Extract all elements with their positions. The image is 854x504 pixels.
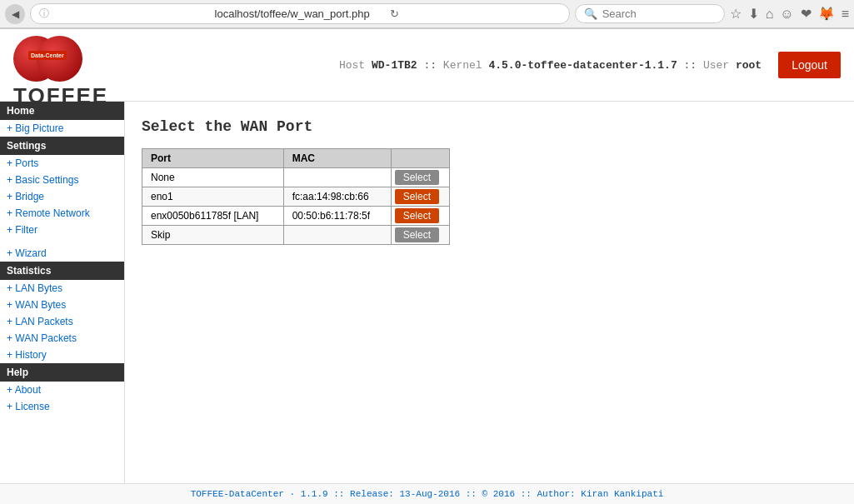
- select-button[interactable]: Select: [395, 170, 439, 185]
- user-value: root: [736, 59, 762, 72]
- logo-badge: Data-Center: [28, 51, 67, 60]
- select-button[interactable]: Select: [395, 208, 439, 223]
- col-mac: MAC: [283, 149, 391, 168]
- sidebar-item-ports[interactable]: + Ports: [0, 155, 124, 172]
- browser-chrome: ◀ ⓘ localhost/toffee/w_wan_port.php ↻ 🔍 …: [0, 0, 854, 29]
- browser-toolbar: ◀ ⓘ localhost/toffee/w_wan_port.php ↻ 🔍 …: [0, 0, 854, 28]
- header: Data-Center TOFFEE Host WD-1TB2 :: Kerne…: [0, 29, 854, 102]
- home-icon[interactable]: ⌂: [766, 7, 774, 22]
- reload-icon[interactable]: ↻: [390, 7, 561, 20]
- mac-cell: fc:aa:14:98:cb:66: [283, 187, 391, 207]
- sidebar-item-license[interactable]: + License: [0, 398, 124, 415]
- host-label: Host: [339, 59, 365, 72]
- logo: Data-Center TOFFEE: [13, 36, 130, 94]
- search-bar[interactable]: 🔍 Search: [575, 4, 725, 23]
- footer: TOFFEE-DataCenter · 1.1.9 :: Release: 13…: [0, 483, 854, 504]
- sidebar-item-bridge[interactable]: + Bridge: [0, 188, 124, 205]
- table-row: SkipSelect: [142, 226, 450, 245]
- url-bar[interactable]: ⓘ localhost/toffee/w_wan_port.php ↻: [30, 3, 570, 24]
- user-label: User: [703, 59, 729, 72]
- port-cell: None: [142, 168, 284, 187]
- info-icon: ⓘ: [39, 7, 210, 21]
- sidebar-divider-1: [0, 238, 124, 245]
- logout-button[interactable]: Logout: [778, 52, 841, 78]
- sidebar-item-big-picture[interactable]: + Big Picture: [0, 120, 124, 137]
- table-row: eno1fc:aa:14:98:cb:66Select: [142, 187, 450, 207]
- sidebar-item-wizard[interactable]: + Wizard: [0, 245, 124, 262]
- logo-name: TOFFEE: [13, 83, 130, 109]
- col-action: [391, 149, 449, 168]
- sidebar-item-basic-settings[interactable]: + Basic Settings: [0, 172, 124, 188]
- port-cell: enx0050b611785f [LAN]: [142, 207, 284, 226]
- select-button[interactable]: Select: [395, 227, 439, 242]
- port-cell: eno1: [142, 187, 284, 207]
- kernel-label: Kernel: [443, 59, 482, 72]
- sidebar-item-history[interactable]: + History: [0, 347, 124, 363]
- sidebar-item-wan-packets[interactable]: + WAN Packets: [0, 330, 124, 347]
- mac-cell: [283, 226, 391, 245]
- port-cell: Skip: [142, 226, 284, 245]
- host-value: WD-1TB2: [372, 59, 417, 72]
- sidebar-item-lan-packets[interactable]: + LAN Packets: [0, 313, 124, 330]
- mac-cell: 00:50:b6:11:78:5f: [283, 207, 391, 226]
- action-cell: Select: [391, 226, 449, 245]
- browser-icons: ☆ ⬇ ⌂ ☺ ❤ 🦊 ≡: [730, 6, 849, 22]
- content-area: Select the WAN Port Port MAC NoneSelecte…: [125, 102, 854, 483]
- table-row: enx0050b611785f [LAN]00:50:b6:11:78:5fSe…: [142, 207, 450, 226]
- sidebar-statistics-header: Statistics: [0, 262, 124, 280]
- bookmark-icon[interactable]: ☆: [730, 6, 742, 22]
- page-wrapper: Data-Center TOFFEE Host WD-1TB2 :: Kerne…: [0, 29, 854, 504]
- sidebar-item-about[interactable]: + About: [0, 382, 124, 398]
- footer-text: TOFFEE-DataCenter · 1.1.9 :: Release: 13…: [191, 489, 664, 499]
- wan-port-table: Port MAC NoneSelecteno1fc:aa:14:98:cb:66…: [142, 148, 450, 245]
- header-info: Host WD-1TB2 :: Kernel 4.5.0-toffee-data…: [339, 59, 762, 72]
- sidebar-item-lan-bytes[interactable]: + LAN Bytes: [0, 280, 124, 297]
- search-placeholder: Search: [602, 7, 637, 20]
- mac-cell: [283, 168, 391, 187]
- pocket-icon[interactable]: ❤: [801, 6, 812, 22]
- sidebar-item-remote-network[interactable]: + Remote Network: [0, 205, 124, 222]
- menu-icon[interactable]: ≡: [842, 7, 849, 22]
- sidebar-help-header: Help: [0, 363, 124, 382]
- back-button[interactable]: ◀: [5, 4, 25, 24]
- sidebar: Home + Big Picture Settings + Ports + Ba…: [0, 102, 125, 483]
- search-icon: 🔍: [584, 7, 597, 20]
- sidebar-item-filter[interactable]: + Filter: [0, 222, 124, 238]
- url-text: localhost/toffee/w_wan_port.php: [215, 7, 386, 20]
- main-area: Home + Big Picture Settings + Ports + Ba…: [0, 102, 854, 483]
- action-cell: Select: [391, 187, 449, 207]
- sidebar-settings-header: Settings: [0, 137, 124, 155]
- reading-list-icon[interactable]: ⬇: [748, 6, 759, 22]
- action-cell: Select: [391, 168, 449, 187]
- sidebar-item-wan-bytes[interactable]: + WAN Bytes: [0, 297, 124, 313]
- page-title: Select the WAN Port: [142, 118, 837, 135]
- emoji-icon[interactable]: ☺: [780, 7, 793, 22]
- kernel-value: 4.5.0-toffee-datacenter-1.1.7: [488, 59, 677, 72]
- action-cell: Select: [391, 207, 449, 226]
- table-row: NoneSelect: [142, 168, 450, 187]
- firefox-icon[interactable]: 🦊: [818, 6, 835, 22]
- col-port: Port: [142, 149, 284, 168]
- select-button[interactable]: Select: [395, 189, 439, 204]
